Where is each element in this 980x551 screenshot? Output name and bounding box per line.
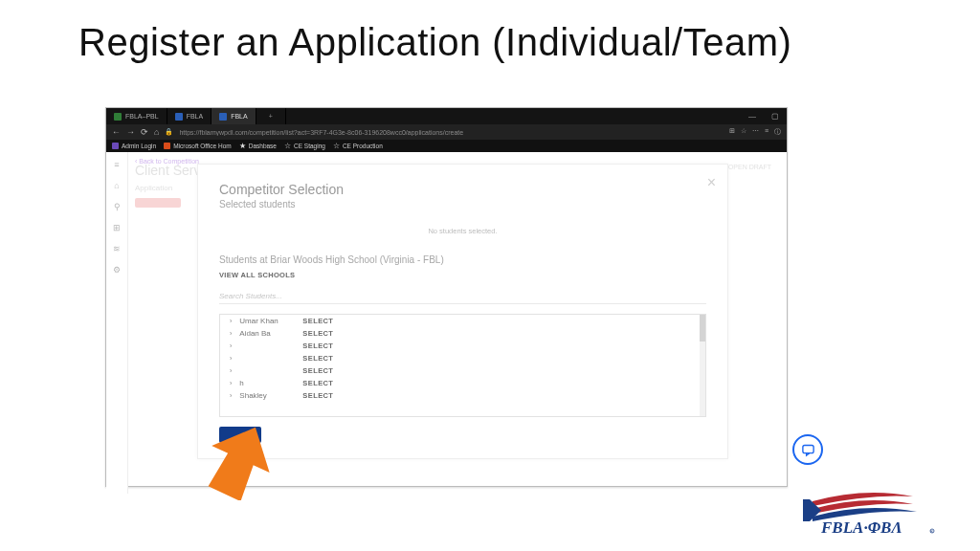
student-row: › SELECT (220, 364, 705, 377)
bookmark-label: CE Production (343, 143, 383, 149)
new-tab-button[interactable]: + (256, 108, 286, 124)
caret-icon: › (230, 392, 232, 399)
slide-title: Register an Application (Individual/Team… (78, 21, 980, 64)
student-name: h (239, 379, 295, 387)
window-controls: — ▢ (741, 108, 787, 124)
student-row: › SELECT (220, 352, 705, 364)
nav-forward-button[interactable]: → (126, 127, 135, 137)
bookmark-label: CE Staging (294, 143, 325, 149)
tab-label: FBLA (187, 113, 204, 120)
ghost-button (135, 198, 181, 208)
favicon-icon (219, 113, 227, 121)
lock-icon: 🔒 (165, 128, 173, 136)
select-button[interactable]: SELECT (302, 342, 333, 350)
bookmark-label: Microsoft Office Hom (173, 143, 232, 149)
url-text[interactable]: https://fblamywpdl.com/competition/list?… (179, 129, 723, 136)
student-row: › Shakley SELECT (220, 389, 705, 402)
student-row: › h SELECT (220, 377, 705, 389)
browser-tab[interactable]: FBLA–PBL (106, 108, 167, 124)
bookmark-icon (112, 143, 119, 149)
student-row: › SELECT (220, 340, 705, 352)
gear-icon[interactable]: ⚙ (113, 265, 121, 275)
search-input[interactable] (219, 289, 706, 303)
select-button[interactable]: SELECT (302, 379, 333, 387)
star-icon: ☆ (333, 142, 340, 150)
chat-widget-button[interactable] (792, 434, 823, 465)
scrollbar-thumb[interactable] (700, 315, 705, 342)
select-button[interactable]: SELECT (302, 391, 333, 400)
select-button[interactable]: SELECT (302, 329, 333, 338)
close-icon[interactable]: × (707, 174, 716, 191)
fbla-pbl-logo: FBLA·ΦBΛ R (792, 490, 938, 536)
favicon-icon (175, 113, 183, 121)
caret-icon: › (230, 367, 232, 374)
home-icon[interactable]: ⌂ (114, 181, 119, 190)
student-name: Aidan Ba (239, 329, 295, 338)
window-maximize-button[interactable]: ▢ (764, 108, 787, 124)
extensions-icon[interactable]: ⋯ (752, 127, 759, 137)
favicon-icon (114, 113, 122, 121)
bookmarks-bar: Admin Login Microsoft Office Hom ★Dashba… (106, 140, 787, 152)
student-list: › Umar Khan SELECT › Aidan Ba SELECT › S… (219, 314, 706, 417)
student-search (219, 285, 706, 304)
address-bar: ← → ⟳ ⌂ 🔒 https://fblamywpdl.com/competi… (106, 124, 787, 140)
tab-label: FBLA (231, 113, 248, 120)
student-row: › Umar Khan SELECT (220, 315, 705, 327)
nav-back-button[interactable]: ← (112, 127, 121, 137)
view-all-schools-link[interactable]: VIEW ALL SCHOOLS (219, 271, 706, 279)
bookmark-label: Admin Login (122, 143, 156, 149)
caret-icon: › (230, 380, 232, 386)
student-name: Shakley (239, 391, 295, 400)
bookmark-item[interactable]: Microsoft Office Hom (164, 143, 232, 149)
grid-icon[interactable]: ⊞ (113, 223, 121, 232)
tab-label: FBLA–PBL (125, 113, 159, 120)
list-icon[interactable]: ≋ (113, 244, 121, 253)
page-body: ≡ ⌂ ⚲ ⊞ ≋ ⚙ ‹ Back to Competition Client… (106, 152, 787, 486)
done-button[interactable] (219, 427, 261, 443)
bookmark-item[interactable]: ☆CE Production (333, 142, 383, 150)
left-nav-rail: ≡ ⌂ ⚲ ⊞ ≋ ⚙ (106, 152, 128, 494)
menu-icon[interactable]: ≡ (114, 160, 119, 169)
student-name: Umar Khan (239, 317, 295, 325)
svg-rect-1 (802, 445, 813, 452)
svg-rect-2 (803, 499, 810, 521)
bookmark-item[interactable]: Admin Login (112, 143, 156, 149)
bookmark-item[interactable]: ★Dashbase (239, 142, 277, 150)
reader-icon[interactable]: ⊞ (729, 127, 735, 137)
modal-title: Competitor Selection (219, 182, 706, 197)
chat-icon (801, 443, 815, 457)
modal-subtitle: Selected students (219, 199, 706, 209)
caret-icon: › (230, 342, 232, 349)
empty-state-text: No students selected. (219, 227, 706, 235)
trophy-icon[interactable]: ⚲ (114, 202, 121, 211)
favorite-icon[interactable]: ☆ (741, 127, 746, 137)
caret-icon: › (230, 318, 232, 324)
menu-icon[interactable]: ≡ (765, 127, 768, 137)
select-button[interactable]: SELECT (302, 317, 333, 325)
student-row: › Aidan Ba SELECT (220, 327, 705, 340)
school-section-header: Students at Briar Woods High School (Vir… (219, 254, 706, 265)
select-button[interactable]: SELECT (302, 354, 333, 363)
home-button[interactable]: ⌂ (154, 127, 159, 137)
logo-text: FBLA·ΦBΛ (820, 518, 902, 536)
reload-button[interactable]: ⟳ (141, 127, 148, 137)
bookmark-label: Dashbase (249, 143, 277, 149)
tab-strip: FBLA–PBL FBLA FBLA + — ▢ (106, 108, 787, 124)
caret-icon: › (230, 330, 232, 337)
browser-window: FBLA–PBL FBLA FBLA + — ▢ ← → ⟳ ⌂ 🔒 https… (105, 107, 788, 487)
bookmark-icon (164, 143, 170, 149)
caret-icon: › (230, 355, 232, 362)
profile-icon[interactable]: ⓘ (774, 127, 781, 137)
bookmark-item[interactable]: ☆CE Staging (284, 142, 325, 150)
star-icon: ★ (239, 142, 246, 150)
modal-footer (219, 427, 706, 443)
browser-tab-active[interactable]: FBLA (212, 108, 256, 124)
browser-tab[interactable]: FBLA (167, 108, 212, 124)
competitor-selection-modal: × Competitor Selection Selected students… (197, 164, 728, 459)
star-icon: ☆ (284, 142, 291, 150)
select-button[interactable]: SELECT (302, 366, 333, 375)
window-minimize-button[interactable]: — (741, 108, 764, 124)
